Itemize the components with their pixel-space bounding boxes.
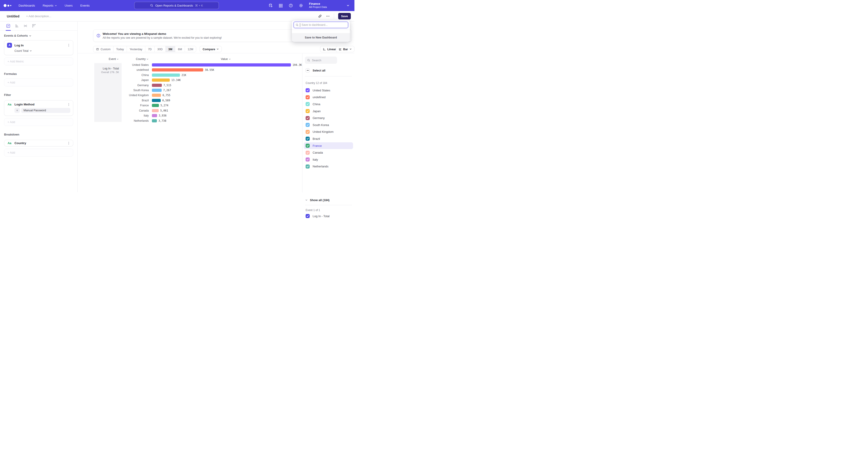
bar[interactable] [152,119,157,122]
bar[interactable] [152,84,162,87]
data-management-icon[interactable] [269,3,273,8]
segment-search-input[interactable] [312,59,335,62]
segment-checkbox[interactable] [306,144,310,148]
settings-gear-icon[interactable] [299,3,303,8]
segment-row-japan[interactable]: Japan [304,108,353,115]
segment-checkbox[interactable] [306,123,310,127]
segment-checkbox[interactable] [306,130,310,134]
metric-card[interactable]: A Log In Count Total [4,40,73,55]
range-7d[interactable]: 7D [145,46,155,52]
filter-card[interactable]: Aa Login Method = Manual Password [4,100,73,116]
add-breakdown-button[interactable]: + Add [4,149,73,156]
bar[interactable] [152,79,170,82]
select-all-checkbox[interactable] [306,68,310,72]
add-formula-button[interactable]: + Add [4,79,73,86]
tab-insights-icon[interactable] [6,24,10,28]
segment-row-germany[interactable]: Germany [304,115,353,121]
range-3m[interactable]: 3M [166,46,176,52]
value-label: 6,589 [162,99,170,102]
tab-funnels-icon[interactable] [15,24,19,28]
category-label: United States [78,63,149,66]
add-description[interactable]: + Add description... [26,14,51,18]
breakdown-property-name[interactable]: Country [14,141,67,145]
segment-row-united-states[interactable]: United States [304,87,353,94]
add-metric-button[interactable]: + Add Metric [4,57,73,65]
segment-checkbox[interactable] [306,116,310,120]
bar[interactable] [152,73,180,77]
filter-property-name[interactable]: Login Method [14,103,67,106]
tab-retention-icon[interactable] [32,24,36,28]
bar[interactable] [152,63,291,66]
range-30d[interactable]: 30D [155,46,165,52]
segment-row-netherlands[interactable]: Netherlands [304,163,353,170]
column-header-country[interactable]: Country [136,57,149,61]
metric-event-name[interactable]: Log In [14,44,67,47]
save-dashboard-input[interactable] [302,23,348,27]
range-12m[interactable]: 12M [185,46,196,52]
segment-row-undefined[interactable]: undefined [304,94,353,101]
segment-row-china[interactable]: China [304,101,353,108]
report-title[interactable]: Untitled [7,14,20,18]
filter-kebab-icon[interactable] [67,103,70,106]
help-icon[interactable] [289,3,293,8]
more-options-icon[interactable] [326,14,330,18]
project-chevron-down-icon[interactable] [346,4,349,7]
metric-kebab-icon[interactable] [67,44,70,47]
bar[interactable] [152,89,162,92]
segment-row-canada[interactable]: Canada [304,149,353,156]
value-label: 38.55K [205,68,214,71]
add-filter-button[interactable]: + Add [4,118,73,126]
segment-row-brazil[interactable]: Brazil [304,135,353,142]
apps-grid-icon[interactable] [279,4,283,8]
save-to-new-dashboard-button[interactable]: Save to New Dashboard [292,33,350,42]
nav-item-reports[interactable]: Reports [43,4,57,7]
bar[interactable] [152,104,159,107]
bar[interactable] [152,94,161,97]
segment-checkbox[interactable] [306,157,310,161]
select-all-row[interactable]: Select all [306,68,325,72]
events-cohorts-label[interactable]: Events & Cohorts [4,34,73,37]
bar[interactable] [152,99,161,102]
segments-panel: Select all Country 12 of 184 United Stat… [302,53,354,192]
filter-operator[interactable]: = [14,108,20,113]
column-header-event[interactable]: Event [109,57,119,61]
segment-row-united-kingdom[interactable]: United Kingdom [304,128,353,136]
segment-row-france[interactable]: France [304,142,353,149]
nav-item-users[interactable]: Users [65,4,72,7]
column-header-value[interactable]: Value [221,57,231,61]
segment-checkbox[interactable] [306,88,310,92]
segment-checkbox[interactable] [306,109,310,113]
check-icon [306,89,309,92]
copy-link-icon[interactable] [318,14,322,18]
range-6m[interactable]: 6M [175,46,185,52]
segment-checkbox[interactable] [306,165,310,169]
bar[interactable] [152,114,157,117]
segment-checkbox[interactable] [306,102,310,106]
tab-flows-icon[interactable] [23,24,28,28]
bar[interactable] [152,109,159,112]
mixpanel-logo[interactable] [4,4,13,7]
range-today[interactable]: Today [114,46,127,52]
nav-item-events[interactable]: Events [80,4,90,7]
nav-item-dashboards[interactable]: Dashboards [19,4,35,7]
segment-row-south-korea[interactable]: South Korea [304,121,353,128]
segment-checkbox[interactable] [306,151,310,155]
range-yesterday[interactable]: Yesterday [127,46,145,52]
chart-type-dropdown[interactable]: Bar [336,46,354,52]
segment-row-italy[interactable]: Italy [304,156,353,163]
breakdown-kebab-icon[interactable] [67,142,70,145]
compare-button[interactable]: Compare [199,46,221,52]
save-dashboard-search[interactable] [293,22,348,28]
project-selector[interactable]: Finance All Project Data [309,2,336,8]
bar[interactable] [152,68,203,71]
breakdown-card[interactable]: Aa Country [4,140,73,146]
save-button[interactable]: Save [338,13,351,20]
segment-checkbox[interactable] [306,137,310,141]
main-content: Welcome! You are viewing a Mixpanel demo… [78,22,354,192]
global-search-button[interactable]: Open Reports & Dashboards ⌘ + K [134,2,219,9]
filter-value[interactable]: Manual Password [21,108,70,113]
segment-checkbox[interactable] [306,95,310,99]
metric-aggregation[interactable]: Count Total [14,49,70,53]
segment-search[interactable] [305,57,337,64]
range-custom[interactable]: Custom [93,46,114,52]
